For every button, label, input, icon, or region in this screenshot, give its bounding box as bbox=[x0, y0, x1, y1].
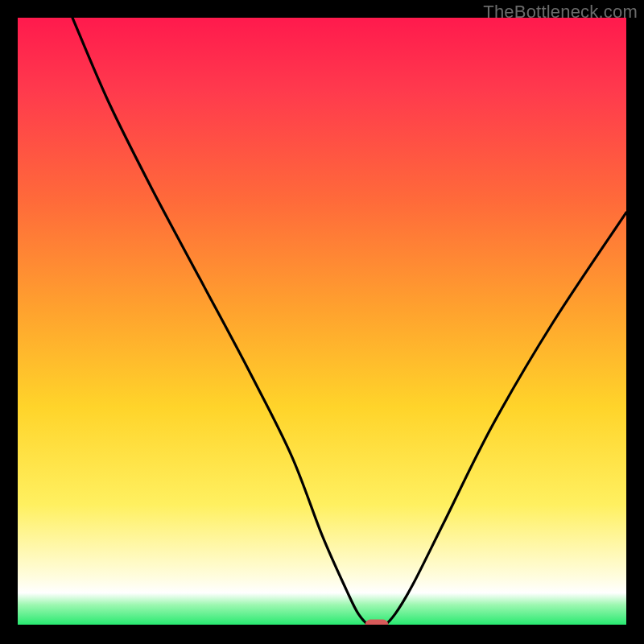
bottleneck-curve bbox=[72, 18, 626, 626]
curve-layer bbox=[18, 18, 626, 626]
plot-area bbox=[18, 18, 626, 626]
chart-frame: TheBottleneck.com bbox=[0, 0, 644, 644]
